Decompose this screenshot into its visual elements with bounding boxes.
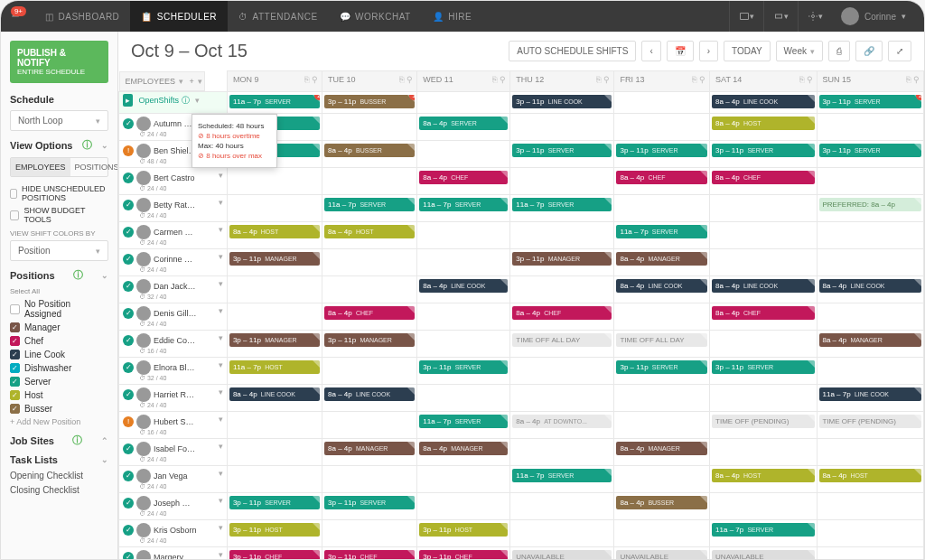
shift-block[interactable]: 11a – 7p SERVER bbox=[712, 523, 814, 537]
shift-cell[interactable]: 11a – 7p SERVER bbox=[322, 194, 417, 221]
shift-block[interactable]: 3p – 11p LINE COOK bbox=[512, 95, 612, 108]
shift-cell[interactable] bbox=[227, 303, 322, 330]
shift-cell[interactable]: 3p – 11p SERVER bbox=[510, 140, 614, 167]
shift-cell[interactable] bbox=[322, 248, 417, 275]
shift-cell[interactable] bbox=[227, 167, 322, 194]
shift-block[interactable]: 8a – 4p HOST bbox=[229, 225, 320, 238]
shift-cell[interactable]: 8a – 4p CHEF bbox=[417, 167, 510, 194]
shift-cell[interactable] bbox=[510, 384, 614, 411]
shift-block[interactable]: 11a – 7p SERVER bbox=[419, 415, 508, 428]
shift-cell[interactable]: 8a – 4p MANAGER bbox=[614, 438, 710, 465]
employees-header[interactable]: EMPLOYEES ▾ + ▾ bbox=[119, 71, 205, 91]
day-header[interactable]: TUE 10⎘⚲ bbox=[322, 71, 417, 92]
shift-cell[interactable] bbox=[510, 221, 614, 248]
shift-cell[interactable]: PREFERRED: 8a – 4p bbox=[817, 194, 924, 221]
shift-cell[interactable] bbox=[510, 519, 614, 546]
shift-block[interactable]: 11a – 7p SERVER bbox=[512, 198, 612, 211]
shift-cell[interactable]: 3p – 11p SERVER bbox=[710, 357, 817, 384]
shift-cell[interactable] bbox=[227, 194, 322, 221]
shift-cell[interactable] bbox=[510, 113, 614, 140]
position-line-cook[interactable]: ✓Line Cook bbox=[10, 350, 108, 359]
shift-cell[interactable]: 11a – 7p SERVER bbox=[710, 519, 817, 546]
shift-block[interactable]: 3p – 11p MANAGER bbox=[229, 252, 320, 266]
shift-block[interactable]: 8a – 4p MANAGER bbox=[324, 442, 415, 455]
shift-cell[interactable] bbox=[817, 492, 924, 519]
position-dishwasher[interactable]: ✓Dishwasher bbox=[10, 363, 108, 373]
shift-cell[interactable]: UNAVAILABLE bbox=[510, 546, 614, 559]
shift-cell[interactable]: 3p – 11p BUSSER1 bbox=[322, 91, 417, 113]
shift-cell[interactable] bbox=[614, 411, 710, 438]
shift-cell[interactable]: 8a – 4p MANAGER bbox=[817, 330, 924, 357]
shift-cell[interactable]: 8a – 4p CHEF bbox=[710, 167, 817, 194]
shift-cell[interactable]: 3p – 11p SERVER bbox=[227, 492, 322, 519]
week-select[interactable]: Week ▾ bbox=[776, 41, 823, 61]
shift-cell[interactable]: 8a – 4p MANAGER bbox=[417, 438, 510, 465]
shift-cell[interactable] bbox=[817, 357, 924, 384]
shift-cell[interactable]: TIME OFF ALL DAY bbox=[614, 330, 710, 357]
shift-block[interactable]: 3p – 11p SERVER bbox=[229, 496, 320, 509]
shift-block[interactable]: TIME OFF ALL DAY bbox=[512, 333, 612, 347]
link-icon[interactable]: 🔗 bbox=[855, 41, 883, 61]
shift-cell[interactable] bbox=[322, 275, 417, 303]
pin-icon[interactable]: ⚲ bbox=[406, 75, 413, 84]
shift-cell[interactable]: 8a – 4p HOST bbox=[227, 221, 322, 248]
shift-cell[interactable]: 3p – 11p MANAGER bbox=[227, 330, 322, 357]
shift-block[interactable]: 8a – 4p LINE COOK bbox=[419, 279, 508, 293]
shift-cell[interactable]: 11a – 7p SERVER bbox=[510, 465, 614, 492]
shift-cell[interactable] bbox=[510, 438, 614, 465]
shift-cell[interactable] bbox=[614, 113, 710, 140]
shift-cell[interactable]: 8a – 4p LINE COOK bbox=[227, 384, 322, 411]
shift-cell[interactable] bbox=[510, 492, 614, 519]
shift-block[interactable]: 8a – 4p BUSSER bbox=[324, 144, 415, 157]
pin-icon[interactable]: ⚲ bbox=[807, 75, 813, 84]
shift-block[interactable]: 3p – 11p SERVER bbox=[819, 144, 922, 157]
shift-cell[interactable]: 3p – 11p CHEF bbox=[322, 546, 417, 559]
shift-block[interactable]: 8a – 4p SERVER bbox=[419, 117, 508, 130]
shift-cell[interactable]: 3p – 11p SERVER bbox=[417, 357, 510, 384]
openshifts-cell[interactable]: ▸ OpenShifts ⓘ ▾ bbox=[119, 91, 228, 113]
shift-cell[interactable] bbox=[322, 167, 417, 194]
shift-block[interactable]: 8a – 4p MANAGER bbox=[616, 442, 707, 455]
shift-block[interactable]: 3p – 11p MANAGER bbox=[324, 333, 415, 347]
shift-block[interactable]: 3p – 11p SERVER bbox=[419, 360, 508, 374]
shift-block[interactable]: UNAVAILABLE bbox=[616, 550, 707, 560]
today-button[interactable]: TODAY bbox=[724, 41, 771, 61]
shift-block[interactable]: TIME OFF (PENDING) bbox=[819, 415, 922, 428]
day-header[interactable]: THU 12⎘⚲ bbox=[510, 71, 614, 92]
shift-cell[interactable]: 8a – 4p SERVER bbox=[417, 113, 510, 140]
shift-cell[interactable] bbox=[227, 465, 322, 492]
copy-icon[interactable]: ⎘ bbox=[596, 75, 601, 84]
pin-icon[interactable]: ⚲ bbox=[312, 75, 318, 84]
shift-block[interactable]: 8a – 4p HOST bbox=[712, 117, 814, 130]
day-header[interactable]: SAT 14⎘⚲ bbox=[710, 71, 817, 92]
copy-icon[interactable]: ⎘ bbox=[399, 75, 404, 84]
schedule-header[interactable]: Schedule bbox=[10, 94, 108, 105]
employee-cell[interactable]: ✓Kris Osborn ▾⏱ 24 / 40 bbox=[119, 519, 228, 546]
nav-scheduler[interactable]: 📋SCHEDULER bbox=[130, 1, 228, 32]
shift-cell[interactable] bbox=[817, 248, 924, 275]
shift-cell[interactable]: 8a – 4p HOST bbox=[710, 465, 817, 492]
day-header[interactable]: FRI 13⎘⚲ bbox=[614, 71, 710, 92]
shift-cell[interactable] bbox=[710, 194, 817, 221]
shift-block[interactable]: 3p – 11p SERVER bbox=[712, 360, 814, 374]
position-busser[interactable]: ✓Busser bbox=[10, 404, 108, 414]
position-manager[interactable]: ✓Manager bbox=[10, 322, 108, 332]
shift-block[interactable]: 8a – 4p LINE COOK bbox=[229, 387, 320, 401]
shift-cell[interactable] bbox=[817, 221, 924, 248]
day-header[interactable]: WED 11⎘⚲ bbox=[417, 71, 510, 92]
day-header[interactable]: MON 9⎘⚲ bbox=[227, 71, 322, 92]
shift-cell[interactable] bbox=[417, 384, 510, 411]
shift-block[interactable]: 8a – 4p CHEF bbox=[712, 171, 814, 184]
shift-cell[interactable]: 8a – 4p CHEF bbox=[710, 303, 817, 330]
shift-block[interactable]: 8a – 4p MANAGER bbox=[819, 333, 922, 347]
shift-cell[interactable] bbox=[710, 248, 817, 275]
shift-cell[interactable]: 8a – 4p LINE COOK bbox=[817, 275, 924, 303]
shift-cell[interactable] bbox=[322, 113, 417, 140]
shift-cell[interactable] bbox=[417, 248, 510, 275]
shift-cell[interactable] bbox=[322, 519, 417, 546]
shift-cell[interactable]: 8a – 4p LINE COOK bbox=[710, 275, 817, 303]
colors-by-select[interactable]: Position▾ bbox=[10, 240, 108, 261]
shift-block[interactable]: 8a – 4p BUSSER bbox=[616, 496, 707, 509]
shift-cell[interactable]: 11a – 7p HOST bbox=[227, 357, 322, 384]
shift-block[interactable]: 3p – 11p CHEF bbox=[324, 550, 415, 560]
